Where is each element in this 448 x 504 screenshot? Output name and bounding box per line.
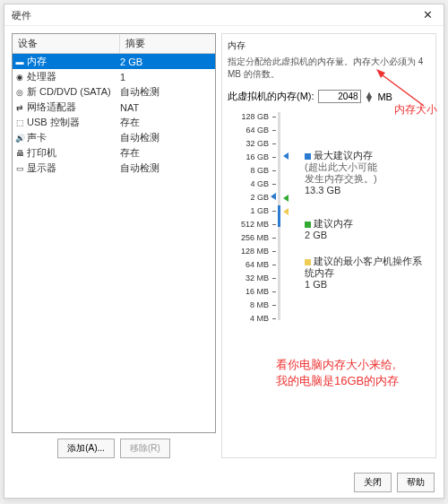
remove-button[interactable]: 移除(R): [120, 439, 170, 458]
col-device: 设备: [13, 34, 120, 53]
device-name: 内存: [27, 55, 120, 68]
device-summary: 自动检测: [120, 131, 215, 144]
list-header: 设备 摘要: [13, 34, 215, 54]
mem-label: 此虚拟机的内存(M):: [228, 90, 314, 103]
legend-min: 建议的最小客户机操作系统内存 1 GB: [305, 256, 430, 291]
scale-tick: 32 MB: [233, 274, 269, 282]
device-summary: 存在: [120, 116, 215, 129]
device-icon: ⬚: [13, 118, 27, 127]
scale-tick: 64 GB: [233, 126, 269, 135]
device-name: 打印机: [27, 146, 120, 160]
mem-input[interactable]: [318, 90, 361, 103]
device-name: 处理器: [27, 70, 120, 83]
titlebar: 硬件 ✕: [4, 4, 444, 26]
device-icon: ▭: [13, 164, 27, 173]
close-button[interactable]: 关闭: [354, 473, 392, 492]
device-icon: ◎: [13, 88, 27, 97]
help-button[interactable]: 帮助: [397, 473, 435, 492]
device-icon: 🔊: [13, 134, 27, 143]
scale-tick: 128 MB: [233, 247, 269, 256]
device-name: 显示器: [27, 161, 120, 175]
device-name: 新 CD/DVD (SATA): [27, 85, 120, 99]
hardware-dialog: 硬件 ✕ 设备 摘要 ▬内存2 GB◉处理器1◎新 CD/DVD (SATA)自…: [4, 4, 444, 499]
device-row[interactable]: ⇄网络适配器NAT: [13, 100, 215, 115]
col-summary: 摘要: [120, 34, 215, 53]
scale-tick: 4 GB: [233, 179, 269, 188]
device-list[interactable]: 设备 摘要 ▬内存2 GB◉处理器1◎新 CD/DVD (SATA)自动检测⇄网…: [12, 33, 216, 433]
memory-scale[interactable]: 128 GB64 GB32 GB16 GB8 GB4 GB2 GB1 GB512…: [233, 112, 430, 336]
svg-line-0: [379, 73, 424, 106]
scale-tick: 8 MB: [233, 300, 269, 309]
device-row[interactable]: ◎新 CD/DVD (SATA)自动检测: [13, 84, 215, 100]
device-summary: 1: [120, 72, 215, 83]
scale-tick: 4 MB: [233, 314, 269, 323]
scale-tick: 1 GB: [233, 206, 269, 215]
scale-tick: 8 GB: [233, 166, 269, 175]
device-name: 网络适配器: [27, 100, 120, 114]
dialog-title: 硬件: [12, 4, 31, 26]
device-name: USB 控制器: [27, 116, 120, 129]
device-summary: NAT: [120, 102, 215, 113]
legend-rec: 建议内存 2 GB: [305, 218, 353, 241]
scale-tick: 64 MB: [233, 260, 269, 269]
device-summary: 自动检测: [120, 161, 215, 175]
left-panel: 设备 摘要 ▬内存2 GB◉处理器1◎新 CD/DVD (SATA)自动检测⇄网…: [12, 33, 216, 458]
device-icon: ⇄: [13, 103, 27, 112]
legend-max: 最大建议内存 (超出此大小可能 发生内存交换。) 13.3 GB: [305, 150, 377, 196]
marker-max: [283, 152, 289, 160]
scale-tick: 256 MB: [233, 233, 269, 242]
device-summary: 自动检测: [120, 85, 215, 99]
device-row[interactable]: ▬内存2 GB: [13, 54, 215, 69]
device-row[interactable]: ▭显示器自动检测: [13, 161, 215, 176]
scale-tick: 16 GB: [233, 152, 269, 161]
device-icon: 🖶: [13, 149, 27, 158]
device-name: 声卡: [27, 131, 120, 144]
device-row[interactable]: 🖶打印机存在: [13, 145, 215, 161]
device-row[interactable]: 🔊声卡自动检测: [13, 130, 215, 145]
spinner[interactable]: ▲▼: [365, 92, 375, 101]
annotation-note: 看你电脑内存大小来给, 我的电脑是16GB的内存: [276, 357, 399, 389]
scale-tick: 512 MB: [233, 220, 269, 229]
scale-tick: 16 MB: [233, 287, 269, 296]
marker-min: [283, 208, 289, 215]
scale-tick: 2 GB: [233, 193, 269, 202]
right-panel: 内存 指定分配给此虚拟机的内存量。内存大小必须为 4 MB 的倍数。 此虚拟机的…: [221, 33, 436, 458]
annotation-size: 内存大小: [394, 102, 437, 117]
device-icon: ◉: [13, 73, 27, 82]
scale-tick: 32 GB: [233, 139, 269, 148]
device-row[interactable]: ⬚USB 控制器存在: [13, 115, 215, 130]
scale-tick: 128 GB: [233, 112, 269, 121]
device-summary: 存在: [120, 146, 215, 160]
section-title: 内存: [228, 39, 430, 52]
scale-bar: [278, 112, 280, 320]
device-summary: 2 GB: [120, 56, 215, 67]
close-icon[interactable]: ✕: [418, 4, 436, 26]
marker-rec: [283, 195, 289, 202]
add-button[interactable]: 添加(A)...: [57, 439, 115, 458]
device-icon: ▬: [13, 57, 27, 66]
slider-handle[interactable]: [271, 193, 276, 200]
device-row[interactable]: ◉处理器1: [13, 69, 215, 84]
